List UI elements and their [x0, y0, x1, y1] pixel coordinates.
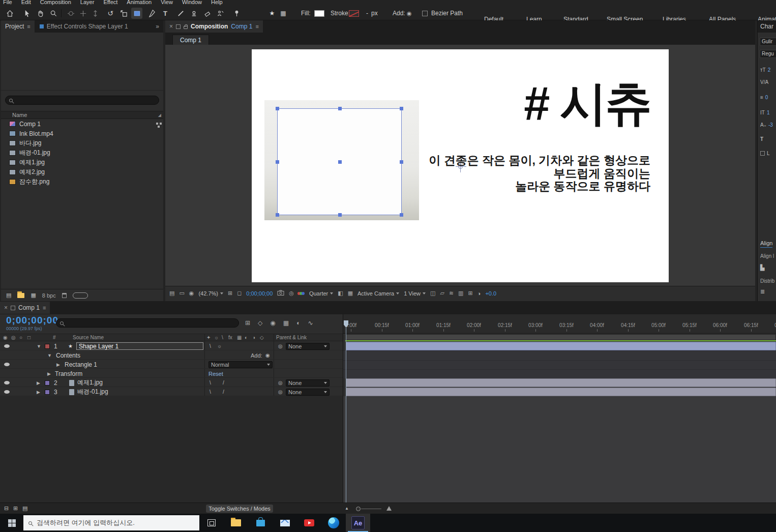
store-button[interactable] [248, 514, 273, 532]
source-name-column-label[interactable]: Source Name [73, 335, 104, 340]
show-snapshot-icon[interactable]: ◎ [289, 290, 294, 297]
expand-arrow-icon[interactable]: ▶ [47, 369, 51, 378]
motion-blur-icon[interactable]: ◐ [296, 319, 300, 327]
project-item-inkblot[interactable]: Ink Blot.mp4 [1, 129, 163, 138]
current-timecode[interactable]: 0;00;00;00 [6, 315, 58, 326]
region-of-interest-icon[interactable]: ◧ [338, 290, 343, 297]
after-effects-taskbar-button[interactable]: Ae [346, 514, 370, 532]
close-icon[interactable]: × [169, 23, 173, 30]
panel-menu-icon[interactable]: ≡ [27, 23, 30, 29]
transform-reset-link[interactable]: Reset [208, 369, 223, 378]
menu-file[interactable]: File [3, 0, 12, 5]
align-left-icon[interactable]: ▙ [760, 264, 764, 271]
resolution-dropdown[interactable]: Quarter [309, 290, 333, 297]
eraser-tool[interactable] [201, 8, 213, 19]
project-search-input[interactable] [5, 96, 159, 105]
expand-arrow-icon[interactable]: ▼ [37, 342, 41, 350]
interpret-footage-icon[interactable]: ▤ [6, 292, 11, 299]
youtube-button[interactable] [297, 514, 321, 532]
pickwhip-icon[interactable]: ◎ [278, 388, 283, 396]
fill-color-swatch[interactable] [314, 10, 324, 17]
rectangle-label[interactable]: Rectangle 1 [65, 360, 97, 369]
parent-dropdown[interactable]: None [286, 342, 330, 350]
rectangle-tool[interactable] [131, 8, 142, 19]
view-layout-dropdown[interactable]: 1 View [404, 290, 426, 297]
monitor-icon[interactable]: ▭ [179, 290, 184, 297]
project-item-yeje2[interactable]: 예제2.jpg [1, 167, 163, 177]
expand-arrow-icon[interactable]: ▶ [37, 378, 40, 387]
timeline-search-input[interactable] [56, 318, 239, 328]
timeline-track-pane[interactable]: 0:00f 00:15f 01:00f 01:15f 02:00f 02:15f… [343, 314, 776, 503]
project-item-baegyeong01[interactable]: 배경-01.jpg [1, 148, 163, 158]
taskbar-search-input[interactable]: 검색하려면 여기에 입력하십시오. [23, 515, 199, 530]
layer-row-yeje1[interactable]: ▶ 2 예제1.jpg \ / ◎ None [0, 378, 343, 387]
menu-effect[interactable]: Effect [103, 0, 117, 5]
exposure-value[interactable]: +0.0 [485, 290, 496, 297]
layer-name[interactable]: 배경-01.jpg [77, 388, 108, 396]
puppet-pin-tool[interactable] [231, 8, 242, 19]
collapse-switch[interactable]: ☼ [217, 342, 222, 350]
label-color-swatch[interactable] [45, 342, 50, 350]
selection-handle[interactable] [400, 213, 403, 217]
tab-character[interactable]: Char [760, 23, 773, 30]
font-style-dropdown[interactable]: Regu [760, 50, 776, 58]
project-item-comp1[interactable]: Comp 1 [1, 119, 163, 129]
stroke-color-swatch[interactable] [349, 10, 359, 17]
frame-blend-switch[interactable]: / [223, 388, 224, 396]
show-channels-icon[interactable] [299, 292, 305, 295]
tab-effect-controls[interactable]: Effect Controls Shape Layer 1 [35, 23, 133, 30]
hide-shy-icon[interactable]: ◉ [270, 319, 275, 327]
pixel-aspect-icon[interactable]: ▱ [440, 290, 444, 297]
menu-edit[interactable]: Edit [21, 0, 31, 5]
shape-selection-rectangle[interactable] [277, 108, 402, 215]
mini-timeline-icon[interactable]: ▥ [458, 290, 463, 297]
add-property-icon[interactable]: ◉ [265, 351, 270, 360]
layer-bar-shape-layer-1[interactable] [346, 342, 776, 350]
zoom-out-marker-icon[interactable]: ▲ [345, 506, 349, 511]
bezier-path-checkbox[interactable] [422, 11, 428, 16]
transparency-grid-icon[interactable]: ▦ [348, 290, 353, 297]
expand-layer-switches-icon[interactable]: ⊟ [4, 505, 9, 512]
label-color-swatch[interactable] [45, 378, 50, 387]
menu-composition[interactable]: Composition [40, 0, 71, 5]
expand-transfer-controls-icon[interactable]: ⊞ [13, 505, 18, 512]
selection-tool[interactable] [21, 8, 33, 19]
layer-bar-yeje1[interactable] [346, 378, 776, 387]
baseline-shift-field[interactable]: A₊-3 [760, 122, 773, 128]
pan-behind-tool[interactable] [118, 8, 129, 19]
tab-composition[interactable]: × Composition Comp 1 ≡ [165, 20, 263, 33]
composition-frame[interactable]: # 시츄 이 견종은 작은 몸이, 기차와 같은 형상으로 부드럽게 움직이는 … [252, 49, 669, 282]
hand-tool[interactable] [35, 8, 46, 19]
pickwhip-icon[interactable]: ◎ [278, 342, 283, 350]
mini-flowchart-icon[interactable]: ⊞ [245, 319, 250, 327]
project-item-jamsuham[interactable]: 잠수함.png [1, 177, 163, 187]
selection-handle[interactable] [338, 107, 342, 110]
property-row-contents[interactable]: ▼ Contents Add: ◉ [0, 351, 343, 360]
layer-name[interactable]: 예제1.jpg [77, 378, 103, 387]
graph-editor-icon[interactable]: ∿ [308, 319, 313, 327]
selection-center-handle[interactable] [338, 160, 342, 164]
tool-creates-shape-icon[interactable]: ★ [266, 8, 278, 19]
frame-blend-switch[interactable]: / [223, 378, 224, 387]
quality-switch[interactable]: \ [210, 388, 211, 396]
toggle-switches-modes-button[interactable]: Toggle Switches / Modes [206, 505, 273, 513]
vertical-scale-field[interactable]: IT1 [760, 110, 769, 115]
quality-switch[interactable]: \ [210, 378, 211, 387]
project-name-column-header[interactable]: Name ◢ [1, 111, 163, 119]
eye-icon[interactable] [4, 342, 10, 350]
selection-handle[interactable] [400, 160, 403, 164]
layer-row-baegyeong01[interactable]: ▶ 3 배경-01.jpg \ / ◎ None [0, 388, 343, 396]
zoom-tool[interactable] [48, 8, 59, 19]
close-icon[interactable]: × [4, 304, 8, 311]
tab-align[interactable]: Align [760, 240, 772, 248]
selection-handle[interactable] [276, 160, 279, 164]
transform-label[interactable]: Transform [55, 369, 82, 378]
parent-link-column-label[interactable]: Parent & Link [276, 335, 307, 340]
panel-menu-icon[interactable]: ≡ [255, 23, 258, 29]
eye-icon[interactable] [4, 388, 10, 396]
stroke-width-value[interactable]: - [366, 10, 368, 17]
blend-mode-dropdown[interactable]: Normal [208, 360, 273, 369]
timeline-zoom-rail[interactable] [361, 509, 381, 509]
grid-guides-icon[interactable]: ⊞ [228, 290, 232, 297]
menu-help[interactable]: Help [211, 0, 223, 5]
